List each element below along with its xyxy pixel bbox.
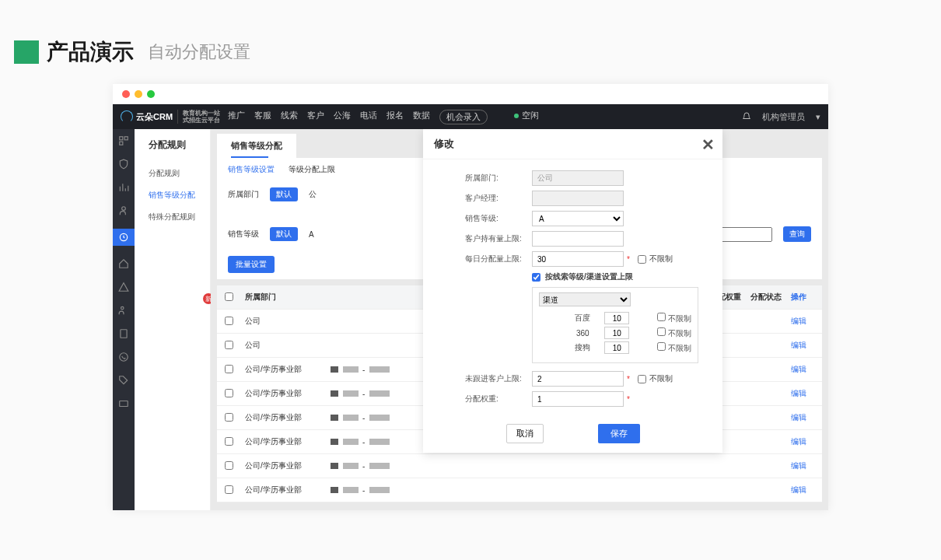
close-dot[interactable] [122, 90, 130, 98]
row-checkbox[interactable] [225, 317, 233, 325]
table-row: 公司/学历事业部 - 编辑 [217, 478, 822, 502]
label-dept: 所属部门: [465, 173, 532, 184]
users-icon[interactable] [118, 305, 129, 316]
chart-icon[interactable] [118, 182, 129, 193]
input-daily-limit[interactable] [532, 251, 624, 267]
close-icon[interactable]: ✕ [701, 135, 715, 154]
bell-icon[interactable] [742, 112, 751, 121]
required-icon: * [627, 375, 630, 383]
channel-unlimited-checkbox[interactable] [657, 313, 666, 321]
chevron-down-icon[interactable]: ▾ [816, 112, 820, 122]
brand-tagline: 教育机构一站式招生云平台 [177, 110, 220, 124]
cell-dept: 公司/学历事业部 [240, 478, 326, 502]
triangle-icon[interactable] [118, 282, 129, 292]
edit-link[interactable]: 编辑 [786, 310, 822, 333]
checkbox-unlimited-untracked[interactable] [638, 375, 646, 383]
channel-value-input[interactable] [604, 312, 629, 324]
edit-link[interactable]: 编辑 [786, 478, 822, 502]
main-tab[interactable]: 销售等级分配 [217, 134, 296, 158]
nav-item[interactable]: 电话 [360, 110, 377, 124]
nav-item[interactable]: 报名 [387, 110, 404, 124]
nav-item[interactable]: 推广 [228, 110, 245, 124]
tag-icon[interactable] [118, 375, 129, 386]
row-checkbox[interactable] [225, 365, 233, 373]
side-panel-title: 分配规则 [135, 129, 210, 159]
select-channel[interactable]: 渠道 [539, 292, 631, 306]
chip-a[interactable]: A [309, 230, 314, 239]
label-unlimited: 不限制 [649, 254, 673, 264]
label-weight: 分配权重: [465, 394, 532, 404]
opportunity-button[interactable]: 机会录入 [439, 110, 488, 124]
nav-item[interactable]: 数据 [413, 110, 430, 124]
chip-company[interactable]: 公 [309, 189, 317, 200]
col-dept: 所属部门 [240, 285, 326, 309]
svg-rect-6 [121, 330, 127, 338]
card-icon[interactable] [118, 398, 129, 409]
nav-items: 推广 客服 线索 客户 公海 电话 报名 数据 机会录入 空闲 [228, 110, 539, 124]
svg-rect-0 [120, 137, 123, 140]
edit-link[interactable]: 编辑 [786, 334, 822, 357]
svg-rect-2 [120, 142, 123, 145]
minimize-dot[interactable] [135, 90, 142, 98]
subtab-limit[interactable]: 等级分配上限 [289, 164, 335, 175]
iconbar [113, 129, 135, 510]
search-button[interactable]: 查询 [783, 226, 811, 242]
input-hold-limit[interactable] [532, 231, 624, 247]
channel-row: 360 不限制 [539, 327, 691, 339]
select-all[interactable] [225, 292, 233, 301]
subtab-level[interactable]: 销售等级设置 [228, 164, 275, 175]
label-unlimited-2: 不限制 [649, 373, 673, 384]
channel-unlimited-checkbox[interactable] [657, 327, 666, 336]
edit-modal: 修改 ✕ 所属部门: 客户经理: 销售等级: A [423, 129, 722, 453]
input-weight[interactable] [532, 391, 624, 407]
edit-link[interactable]: 编辑 [786, 454, 822, 478]
edit-link[interactable]: 编辑 [786, 430, 822, 453]
channel-name: 百度 [567, 313, 598, 324]
home-icon[interactable] [118, 258, 129, 269]
shield-icon[interactable] [118, 159, 129, 170]
edit-link[interactable]: 编辑 [786, 382, 822, 405]
row-checkbox[interactable] [225, 461, 233, 470]
phone-icon[interactable] [118, 352, 129, 362]
channel-row: 搜狗 不限制 [539, 341, 691, 354]
channel-value-input[interactable] [604, 341, 629, 354]
side-item-rules[interactable]: 分配规则 [135, 163, 210, 184]
cell-dept: 公司 [240, 334, 326, 357]
user-icon[interactable] [118, 205, 129, 216]
dashboard-icon[interactable] [118, 135, 129, 146]
input-untracked[interactable] [532, 371, 624, 387]
nav-item[interactable]: 客服 [254, 110, 271, 124]
batch-button[interactable]: 批量设置 [228, 256, 275, 273]
nav-item[interactable]: 公海 [334, 110, 351, 124]
chip-default[interactable]: 默认 [270, 187, 298, 201]
checkbox-by-channel[interactable] [532, 273, 540, 282]
app-body: 分配规则 分配规则 销售等级分配 特殊分配规则 新 销售等级分配 销售等级设置 … [113, 129, 828, 510]
nav-item[interactable]: 客户 [307, 110, 324, 124]
channel-name: 360 [567, 329, 598, 338]
save-button[interactable]: 保存 [598, 424, 640, 443]
account-label[interactable]: 机构管理员 [762, 111, 805, 123]
cell-dept: 公司/学历事业部 [240, 358, 326, 381]
checkbox-unlimited-daily[interactable] [638, 255, 646, 264]
channel-value-input[interactable] [604, 327, 629, 339]
row-checkbox[interactable] [225, 341, 233, 349]
row-checkbox[interactable] [225, 389, 233, 397]
side-item-level[interactable]: 销售等级分配 [135, 184, 210, 206]
channel-unlimited-checkbox[interactable] [657, 342, 666, 351]
settings-icon[interactable] [113, 229, 135, 246]
cancel-button[interactable]: 取消 [506, 424, 544, 443]
row-checkbox[interactable] [225, 485, 233, 494]
cell-mid: - [326, 480, 665, 501]
filter-level-label: 销售等级 [228, 229, 259, 240]
maximize-dot[interactable] [147, 90, 155, 98]
table-row: 公司/学历事业部 - 编辑 [217, 454, 822, 478]
nav-item[interactable]: 线索 [281, 110, 298, 124]
select-level[interactable]: A [532, 211, 624, 226]
row-checkbox[interactable] [225, 413, 233, 422]
side-item-special[interactable]: 特殊分配规则 [135, 206, 210, 228]
row-checkbox[interactable] [225, 437, 233, 446]
chip-default-2[interactable]: 默认 [270, 227, 298, 241]
file-icon[interactable] [118, 328, 129, 339]
edit-link[interactable]: 编辑 [786, 406, 822, 429]
edit-link[interactable]: 编辑 [786, 358, 822, 381]
